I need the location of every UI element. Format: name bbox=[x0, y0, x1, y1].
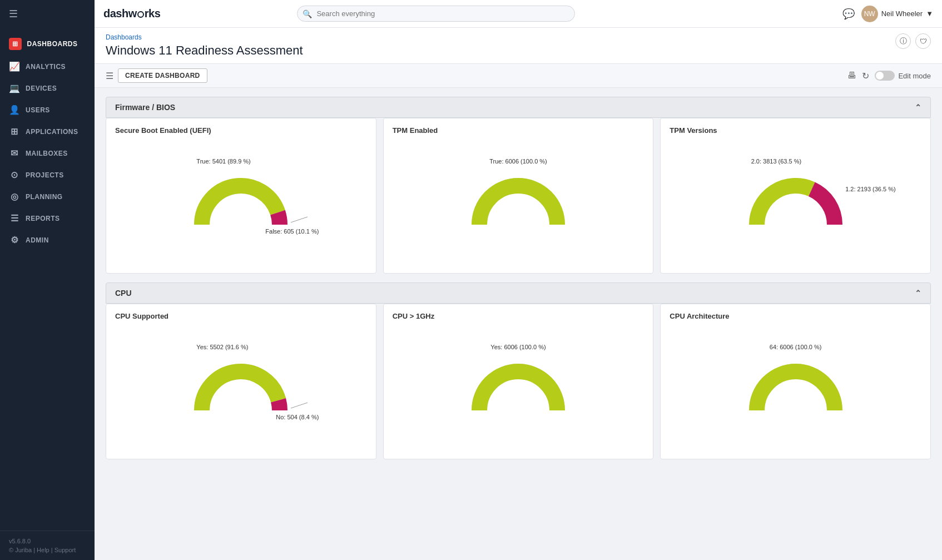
edit-mode-toggle[interactable]: Edit mode bbox=[875, 71, 931, 81]
chart-label-cpu-arch-0: 64: 6006 (100.0 %) bbox=[770, 344, 822, 350]
sidebar-footer: v5.6.8.0 © Juriba | Help | Support bbox=[0, 531, 95, 560]
label-line-secure-boot-1 bbox=[291, 217, 313, 230]
sidebar-label-applications: APPLICATIONS bbox=[26, 128, 78, 136]
sidebar-item-users[interactable]: 👤USERS bbox=[0, 99, 95, 121]
chart-area-tpm-enabled: True: 6006 (100.0 %) bbox=[393, 139, 644, 265]
sidebar-top: ☰ bbox=[0, 0, 95, 28]
topbar-right: 💬 NW Neil Wheeler ▼ bbox=[842, 6, 933, 22]
section-firmware: Firmware / BIOS⌃Secure Boot Enabled (UEF… bbox=[106, 97, 931, 274]
shield-icon[interactable]: 🛡 bbox=[915, 33, 931, 49]
donut-cpu-1ghz: Yes: 6006 (100.0 %) bbox=[468, 360, 568, 416]
toolbar: ☰ CREATE DASHBOARD 🖶 ↻ Edit mode bbox=[95, 64, 942, 88]
sidebar-item-reports[interactable]: ☰REPORTS bbox=[0, 207, 95, 229]
edit-mode-label: Edit mode bbox=[898, 72, 931, 80]
sidebar-icon-dashboards: ⊞ bbox=[9, 38, 22, 50]
sidebar-item-admin[interactable]: ⚙ADMIN bbox=[0, 229, 95, 251]
sidebar-label-projects: PROJECTS bbox=[26, 171, 64, 179]
support-link[interactable]: Support bbox=[54, 547, 76, 553]
search-icon: 🔍 bbox=[303, 9, 312, 18]
refresh-icon[interactable]: ↻ bbox=[862, 71, 869, 81]
section-title-cpu: CPU bbox=[115, 289, 132, 298]
version-label: v5.6.8.0 bbox=[9, 538, 86, 544]
page-header-row: Dashboards Windows 11 Readiness Assessme… bbox=[106, 33, 931, 63]
chart-label-cpu-supported-0: Yes: 5502 (91.6 %) bbox=[196, 344, 248, 350]
chart-title-tpm-enabled: TPM Enabled bbox=[393, 126, 644, 135]
chat-icon[interactable]: 💬 bbox=[842, 8, 855, 20]
sidebar-icon-admin: ⚙ bbox=[9, 235, 20, 245]
hamburger-icon[interactable]: ☰ bbox=[9, 8, 18, 20]
create-dashboard-button[interactable]: CREATE DASHBOARD bbox=[118, 68, 207, 83]
section-header-firmware[interactable]: Firmware / BIOS⌃ bbox=[106, 97, 931, 118]
section-title-firmware: Firmware / BIOS bbox=[115, 103, 175, 112]
dashboard-sections: Firmware / BIOS⌃Secure Boot Enabled (UEF… bbox=[95, 88, 942, 468]
juriba-link[interactable]: © Juriba bbox=[9, 547, 32, 553]
dashboard-content: Firmware / BIOS⌃Secure Boot Enabled (UEF… bbox=[95, 88, 942, 560]
sidebar-item-planning[interactable]: ◎PLANNING bbox=[0, 186, 95, 207]
cards-row-firmware: Secure Boot Enabled (UEFI)True: 5401 (89… bbox=[106, 118, 931, 274]
chart-title-cpu-arch: CPU Architecture bbox=[670, 312, 921, 320]
chart-title-cpu-1ghz: CPU > 1GHz bbox=[393, 312, 644, 320]
page-title: Windows 11 Readiness Assessment bbox=[106, 41, 931, 63]
toolbar-right: 🖶 ↻ Edit mode bbox=[847, 71, 931, 81]
sidebar-icon-projects: ⊙ bbox=[9, 170, 20, 180]
chart-card-cpu-supported: CPU SupportedYes: 5502 (91.6 %)No: 504 (… bbox=[106, 304, 376, 459]
sidebar: ☰ ⊞DASHBOARDS📈ANALYTICS💻DEVICES👤USERS⊞AP… bbox=[0, 0, 95, 560]
chart-label-tpm-enabled-0: True: 6006 (100.0 %) bbox=[489, 158, 547, 165]
chart-label-secure-boot-0: True: 5401 (89.9 %) bbox=[196, 158, 250, 165]
svg-line-0 bbox=[291, 217, 308, 222]
donut-cpu-supported: Yes: 5502 (91.6 %)No: 504 (8.4 %) bbox=[191, 360, 291, 416]
chart-title-tpm-versions: TPM Versions bbox=[670, 126, 921, 135]
search-input[interactable] bbox=[297, 6, 575, 22]
print-icon[interactable]: 🖶 bbox=[847, 71, 856, 81]
avatar: NW bbox=[861, 6, 878, 22]
sidebar-item-mailboxes[interactable]: ✉MAILBOXES bbox=[0, 142, 95, 164]
sidebar-item-analytics[interactable]: 📈ANALYTICS bbox=[0, 56, 95, 77]
sidebar-icon-users: 👤 bbox=[9, 105, 20, 115]
chart-label-tpm-versions-1: 1.2: 2193 (36.5 %) bbox=[845, 186, 896, 192]
chart-area-cpu-arch: 64: 6006 (100.0 %) bbox=[670, 325, 921, 451]
user-chevron-icon: ▼ bbox=[926, 9, 933, 18]
chart-area-secure-boot: True: 5401 (89.9 %)False: 605 (10.1 %) bbox=[115, 139, 367, 265]
chart-card-tpm-versions: TPM Versions2.0: 3813 (63.5 %)1.2: 2193 … bbox=[660, 118, 931, 274]
donut-secure-boot: True: 5401 (89.9 %)False: 605 (10.1 %) bbox=[191, 175, 291, 230]
topbar: dashwrks 🔍 💬 NW Neil Wheeler ▼ bbox=[95, 0, 942, 28]
chart-card-cpu-1ghz: CPU > 1GHzYes: 6006 (100.0 %) bbox=[383, 304, 654, 459]
chart-title-cpu-supported: CPU Supported bbox=[115, 312, 367, 320]
sidebar-item-devices[interactable]: 💻DEVICES bbox=[0, 77, 95, 99]
cards-row-cpu: CPU SupportedYes: 5502 (91.6 %)No: 504 (… bbox=[106, 304, 931, 459]
sidebar-icon-applications: ⊞ bbox=[9, 126, 20, 137]
donut-cpu-arch: 64: 6006 (100.0 %) bbox=[746, 360, 846, 416]
search-bar: 🔍 bbox=[297, 6, 575, 22]
donut-tpm-versions: 2.0: 3813 (63.5 %)1.2: 2193 (36.5 %) bbox=[746, 175, 846, 230]
sidebar-icon-devices: 💻 bbox=[9, 83, 20, 93]
chart-label-cpu-1ghz-0: Yes: 6006 (100.0 %) bbox=[490, 344, 546, 350]
chart-area-cpu-1ghz: Yes: 6006 (100.0 %) bbox=[393, 325, 644, 451]
section-chevron-cpu[interactable]: ⌃ bbox=[915, 289, 921, 298]
toolbar-menu-icon[interactable]: ☰ bbox=[106, 71, 113, 81]
breadcrumb[interactable]: Dashboards bbox=[106, 33, 931, 41]
sidebar-item-projects[interactable]: ⊙PROJECTS bbox=[0, 164, 95, 186]
donut-tpm-enabled: True: 6006 (100.0 %) bbox=[468, 175, 568, 230]
sidebar-item-applications[interactable]: ⊞APPLICATIONS bbox=[0, 121, 95, 142]
sidebar-icon-planning: ◎ bbox=[9, 191, 20, 202]
chart-label-tpm-versions-0: 2.0: 3813 (63.5 %) bbox=[751, 158, 802, 165]
info-icon[interactable]: ⓘ bbox=[895, 33, 911, 49]
label-line-cpu-supported-1 bbox=[291, 403, 313, 416]
help-link[interactable]: Help bbox=[37, 547, 49, 553]
main-area: dashwrks 🔍 💬 NW Neil Wheeler ▼ Dashboard… bbox=[95, 0, 942, 560]
sidebar-label-analytics: ANALYTICS bbox=[26, 63, 66, 71]
section-header-cpu[interactable]: CPU⌃ bbox=[106, 283, 931, 304]
user-name: Neil Wheeler bbox=[881, 9, 923, 18]
section-chevron-firmware[interactable]: ⌃ bbox=[915, 103, 921, 112]
app-logo: dashwrks bbox=[103, 7, 160, 20]
sidebar-label-devices: DEVICES bbox=[26, 85, 57, 92]
sidebar-label-reports: REPORTS bbox=[26, 215, 60, 222]
chart-area-cpu-supported: Yes: 5502 (91.6 %)No: 504 (8.4 %) bbox=[115, 325, 367, 451]
sidebar-label-planning: PLANNING bbox=[26, 193, 63, 201]
sidebar-item-dashboards[interactable]: ⊞DASHBOARDS bbox=[0, 32, 95, 56]
user-menu[interactable]: NW Neil Wheeler ▼ bbox=[861, 6, 933, 22]
edit-mode-switch[interactable] bbox=[875, 71, 895, 81]
chart-area-tpm-versions: 2.0: 3813 (63.5 %)1.2: 2193 (36.5 %) bbox=[670, 139, 921, 265]
chart-card-cpu-arch: CPU Architecture64: 6006 (100.0 %) bbox=[660, 304, 931, 459]
sidebar-icon-analytics: 📈 bbox=[9, 61, 20, 72]
